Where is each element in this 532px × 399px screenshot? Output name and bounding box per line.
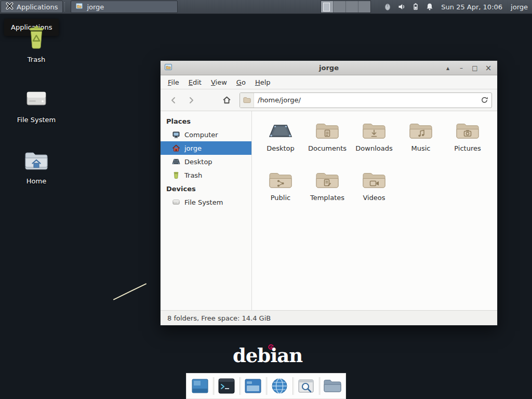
status-bar: 8 folders, Free space: 14.4 GiB: [161, 310, 497, 325]
applications-menu-button[interactable]: Applications: [1, 1, 63, 13]
reload-button[interactable]: [477, 93, 491, 108]
debian-swirl-icon: [267, 343, 275, 351]
location-folder-icon: [240, 93, 254, 108]
stray-mark-line: [113, 283, 147, 300]
folder-item-music[interactable]: Music: [397, 118, 444, 160]
forward-button[interactable]: [183, 93, 199, 108]
panel-username[interactable]: jorge: [511, 0, 528, 14]
notification-bell-icon[interactable]: [425, 3, 434, 11]
workspace-2[interactable]: [334, 1, 346, 12]
sidebar-item-label: Computer: [184, 131, 218, 139]
sidebar-item-desktop[interactable]: Desktop: [161, 155, 251, 168]
menu-go[interactable]: Go: [232, 77, 250, 88]
desktop-icon-file-system[interactable]: File System: [11, 86, 61, 124]
sidebar-header-devices: Devices: [161, 182, 251, 195]
folder-item-videos[interactable]: Videos: [351, 168, 397, 209]
file-manager-window-icon: [75, 2, 83, 11]
mouse-settings-icon[interactable]: [383, 3, 392, 11]
folder-item-downloads[interactable]: Downloads: [351, 118, 397, 160]
workspace-3[interactable]: [346, 1, 358, 12]
desktop-icon-trash[interactable]: Trash: [11, 25, 61, 63]
sidebar-item-label: Desktop: [184, 158, 212, 166]
up-icon: [205, 96, 213, 104]
reload-icon: [481, 96, 488, 104]
app-finder-magnifier-icon: [297, 377, 315, 395]
panel-spacer: [179, 0, 321, 14]
volume-icon[interactable]: [397, 3, 406, 11]
file-manager-launcher[interactable]: [243, 375, 263, 397]
home-button[interactable]: [219, 93, 234, 108]
sidebar-item-label: Trash: [184, 171, 202, 179]
taskbar-window-button[interactable]: jorge: [71, 1, 178, 13]
window-content: Places Computer: [161, 111, 497, 310]
file-manager-icon: [244, 377, 262, 395]
sidebar-item-trash[interactable]: Trash: [161, 168, 251, 182]
menu-bar: File Edit View Go Help: [161, 75, 497, 89]
menu-file[interactable]: File: [163, 77, 184, 88]
battery-icon[interactable]: [411, 3, 420, 11]
workspace-switcher: [321, 1, 371, 13]
desk-icon: [268, 118, 293, 141]
top-panel: Applications jorge: [0, 0, 532, 14]
workspace-1[interactable]: [321, 1, 334, 12]
show-desktop-launcher[interactable]: [190, 375, 210, 397]
downloads-emblem-icon: [362, 118, 387, 141]
dock-separator: [319, 377, 320, 395]
home-icon: [222, 96, 231, 104]
back-button[interactable]: [166, 93, 181, 108]
home-folder-icon: [24, 150, 49, 172]
minimize-button[interactable]: –: [456, 63, 467, 73]
workspace-4[interactable]: [358, 1, 370, 12]
file-manager-window: jorge ▴ – □ × File Edit View Go Help: [160, 60, 498, 326]
folder-item-documents[interactable]: Documents: [304, 118, 351, 160]
dock-separator: [213, 377, 214, 395]
folder-label: Documents: [308, 144, 347, 152]
sidebar-item-jorge[interactable]: jorge: [161, 141, 251, 155]
dock-separator: [292, 377, 293, 395]
templates-emblem-icon: [315, 168, 340, 191]
folder-icon: [323, 378, 342, 394]
desktop-icon-home[interactable]: Home: [11, 150, 61, 185]
folder-item-desktop[interactable]: Desktop: [257, 118, 304, 160]
menu-edit[interactable]: Edit: [184, 77, 206, 88]
close-button[interactable]: ×: [483, 63, 494, 73]
folder-item-pictures[interactable]: Pictures: [444, 118, 491, 160]
folder-item-templates[interactable]: Templates: [304, 168, 351, 209]
web-browser-launcher[interactable]: [269, 375, 290, 397]
sidebar-header-places: Places: [161, 114, 251, 128]
location-input[interactable]: [254, 96, 477, 104]
sidebar-item-label: File System: [184, 198, 223, 206]
share-emblem-icon: [268, 168, 293, 191]
desktop-icon-label: File System: [17, 116, 56, 124]
folder-label: Videos: [363, 194, 385, 202]
location-bar[interactable]: [240, 92, 492, 108]
menu-help[interactable]: Help: [250, 77, 275, 88]
debian-logo: debian: [231, 344, 304, 367]
pictures-emblem-icon: [455, 118, 480, 141]
trash-icon: [24, 25, 48, 51]
terminal-launcher[interactable]: [216, 375, 237, 397]
folder-label: Downloads: [355, 144, 392, 152]
sidebar-item-computer[interactable]: Computer: [161, 128, 251, 141]
music-emblem-icon: [408, 118, 433, 141]
shade-button[interactable]: ▴: [443, 63, 453, 73]
menu-view[interactable]: View: [206, 77, 232, 88]
desktop-icon-label: Trash: [28, 56, 45, 63]
bottom-dock: [186, 373, 346, 399]
status-text: 8 folders, Free space: 14.4 GiB: [167, 314, 271, 322]
folder-item-public[interactable]: Public: [257, 168, 304, 209]
sidebar-item-file-system[interactable]: File System: [161, 195, 251, 209]
sidebar: Places Computer: [161, 111, 252, 310]
window-titlebar[interactable]: jorge ▴ – □ ×: [161, 61, 497, 75]
drive-icon: [172, 198, 180, 206]
folder-label: Public: [271, 194, 290, 202]
folder-label: Desktop: [267, 144, 295, 152]
desktop-icon-label: Home: [26, 177, 46, 185]
panel-clock[interactable]: Sun 25 Apr, 10:06: [441, 0, 502, 14]
up-button[interactable]: [201, 93, 217, 108]
app-finder-launcher[interactable]: [296, 375, 316, 397]
folder-launcher[interactable]: [322, 375, 343, 397]
folder-view[interactable]: Desktop Documents: [252, 111, 497, 310]
maximize-button[interactable]: □: [470, 63, 480, 73]
taskbar-window-title: jorge: [87, 3, 104, 11]
